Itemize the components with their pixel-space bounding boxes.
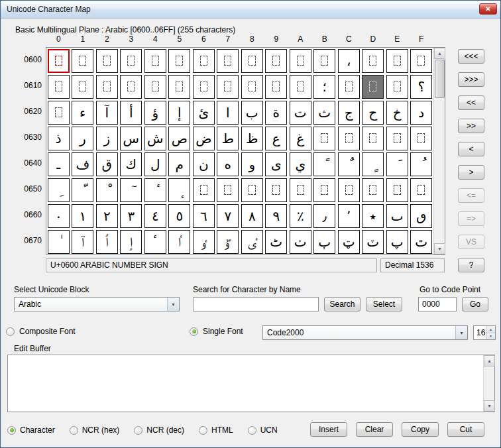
go-button[interactable]: Go <box>462 297 488 311</box>
char-cell-0667[interactable]: ٧ <box>217 204 239 228</box>
char-cell-060E[interactable] <box>386 49 408 73</box>
clear-button[interactable]: Clear <box>356 422 393 437</box>
char-cell-063F[interactable] <box>410 127 432 150</box>
char-cell-0629[interactable]: ة <box>265 101 287 125</box>
char-cell-064D[interactable]: ٍ <box>362 152 384 176</box>
insert-button[interactable]: Insert <box>310 422 347 437</box>
char-cell-0603[interactable] <box>120 49 142 73</box>
char-cell-0610[interactable] <box>48 75 70 99</box>
edit-buffer-textarea[interactable]: ▲ ▼ <box>7 355 495 412</box>
buffer-scroll-down-button[interactable]: ▼ <box>484 400 495 412</box>
font-dropdown[interactable]: Code2000 ▼ <box>262 325 468 340</box>
char-cell-0664[interactable]: ٤ <box>144 204 166 228</box>
char-cell-060A[interactable] <box>290 49 311 73</box>
char-cell-060C[interactable]: ، <box>338 49 360 73</box>
char-cell-0632[interactable]: ز <box>96 127 118 150</box>
char-cell-0639[interactable]: ع <box>265 127 287 150</box>
char-cell-0608[interactable] <box>241 49 263 73</box>
char-cell-064F[interactable]: ُ <box>410 152 432 176</box>
unicode-block-dropdown[interactable]: Arabic ▼ <box>14 297 180 311</box>
char-cell-067F[interactable]: ٿ <box>410 230 432 254</box>
char-cell-066B[interactable]: ٫ <box>313 204 335 228</box>
char-cell-0625[interactable]: إ <box>168 101 190 125</box>
char-cell-0652[interactable]: ْ <box>96 178 118 202</box>
char-cell-0605[interactable] <box>168 49 190 73</box>
char-cell-0637[interactable]: ط <box>217 127 239 150</box>
char-cell-061C[interactable] <box>338 75 360 99</box>
char-cell-0635[interactable]: ص <box>168 127 190 150</box>
char-cell-0617[interactable] <box>217 75 239 99</box>
grid-scroll-down-button[interactable]: ▼ <box>434 243 445 254</box>
char-cell-0672[interactable]: ٲ <box>96 230 118 254</box>
char-cell-0601[interactable] <box>72 49 93 73</box>
grid-scrollbar[interactable]: ▲ ▼ <box>433 48 445 254</box>
char-cell-0634[interactable]: ش <box>144 127 166 150</box>
nav-button-next-block[interactable]: >> <box>458 119 484 133</box>
char-cell-0661[interactable]: ١ <box>72 204 93 228</box>
char-cell-065E[interactable] <box>386 178 408 202</box>
single-font-radio[interactable] <box>190 327 198 336</box>
grid-scroll-up-button[interactable]: ▲ <box>434 48 445 59</box>
select-button[interactable]: Select <box>366 297 402 311</box>
html-radio[interactable] <box>199 426 207 435</box>
nav-button-next-page[interactable]: > <box>458 165 484 180</box>
char-cell-0655[interactable]: ٕ <box>168 178 190 202</box>
char-cell-0630[interactable]: ذ <box>48 127 70 150</box>
char-cell-066E[interactable]: ٮ <box>386 204 408 228</box>
char-cell-064C[interactable]: ٌ <box>338 152 360 176</box>
nav-button-prev-page[interactable]: < <box>458 142 484 156</box>
char-cell-0648[interactable]: و <box>241 152 263 176</box>
char-cell-0607[interactable] <box>217 49 239 73</box>
char-cell-066C[interactable]: ٬ <box>338 204 360 228</box>
char-cell-0638[interactable]: ظ <box>241 127 263 150</box>
char-cell-062B[interactable]: ث <box>313 101 335 125</box>
char-cell-0669[interactable]: ٩ <box>265 204 287 228</box>
char-cell-065D[interactable] <box>362 178 384 202</box>
edit-buffer-scrollbar[interactable]: ▲ ▼ <box>483 355 494 412</box>
cut-button[interactable]: Cut <box>447 422 484 437</box>
char-cell-0600[interactable] <box>48 49 70 73</box>
char-cell-0676[interactable]: ٶ <box>193 230 215 254</box>
char-cell-0640[interactable]: ـ <box>48 152 70 176</box>
nav-button-last-block[interactable]: >>> <box>458 72 484 87</box>
char-cell-065C[interactable] <box>338 178 360 202</box>
char-cell-066D[interactable]: ٭ <box>362 204 384 228</box>
char-cell-067C[interactable]: ټ <box>338 230 360 254</box>
char-cell-0627[interactable]: ا <box>217 101 239 125</box>
char-cell-0651[interactable]: ّ <box>72 178 93 202</box>
char-cell-066A[interactable]: ٪ <box>290 204 311 228</box>
char-cell-0674[interactable]: ٴ <box>144 230 166 254</box>
char-cell-064A[interactable]: ي <box>290 152 311 176</box>
char-cell-0624[interactable]: ؤ <box>144 101 166 125</box>
ucn-radio[interactable] <box>248 426 256 435</box>
char-cell-0665[interactable]: ٥ <box>168 204 190 228</box>
char-cell-0644[interactable]: ل <box>144 152 166 176</box>
char-cell-0678[interactable]: ٸ <box>241 230 263 254</box>
char-cell-0611[interactable] <box>72 75 93 99</box>
char-cell-061A[interactable] <box>290 75 311 99</box>
grid-scrollbar-thumb[interactable] <box>435 60 445 98</box>
char-cell-0662[interactable]: ٢ <box>96 204 118 228</box>
char-cell-0646[interactable]: ن <box>193 152 215 176</box>
search-button[interactable]: Search <box>324 297 361 311</box>
char-cell-0622[interactable]: آ <box>96 101 118 125</box>
char-cell-0654[interactable]: ٔ <box>144 178 166 202</box>
char-cell-064B[interactable]: ً <box>313 152 335 176</box>
character-radio[interactable] <box>7 426 16 435</box>
char-cell-063D[interactable] <box>362 127 384 150</box>
char-cell-063B[interactable] <box>313 127 335 150</box>
output-option-ncr-hex[interactable]: NCR (hex) <box>70 425 120 435</box>
char-cell-062D[interactable]: ح <box>362 101 384 125</box>
char-cell-0619[interactable] <box>265 75 287 99</box>
output-option-ucn[interactable]: UCN <box>248 425 278 435</box>
char-cell-0660[interactable]: ٠ <box>48 204 70 228</box>
char-cell-0620[interactable] <box>48 101 70 125</box>
close-button[interactable]: ✕ <box>479 3 497 15</box>
char-cell-064E[interactable]: َ <box>386 152 408 176</box>
char-cell-0614[interactable] <box>144 75 166 99</box>
char-cell-0616[interactable] <box>193 75 215 99</box>
char-cell-0641[interactable]: ف <box>72 152 93 176</box>
char-cell-065A[interactable] <box>290 178 311 202</box>
search-input[interactable] <box>193 297 319 311</box>
char-cell-067E[interactable]: پ <box>386 230 408 254</box>
